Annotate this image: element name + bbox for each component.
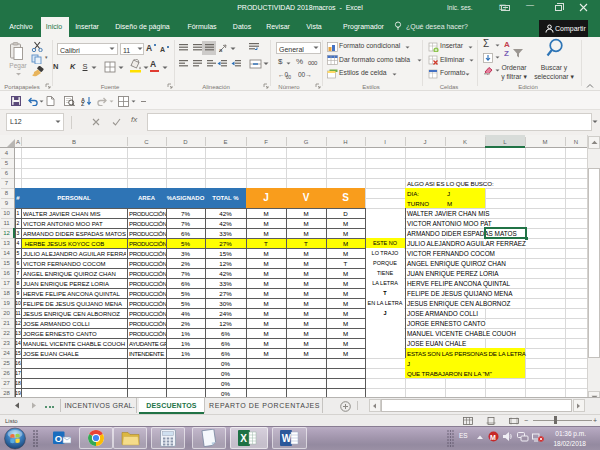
svg-text:00→: 00→ <box>298 71 312 78</box>
svg-text:O: O <box>55 433 62 444</box>
svg-text:X: X <box>240 433 247 444</box>
svg-text:Z: Z <box>504 49 509 58</box>
svg-text:W: W <box>282 433 292 444</box>
svg-text:00: 00 <box>286 75 292 80</box>
svg-text:A: A <box>504 40 510 49</box>
svg-text:M: M <box>490 434 496 441</box>
